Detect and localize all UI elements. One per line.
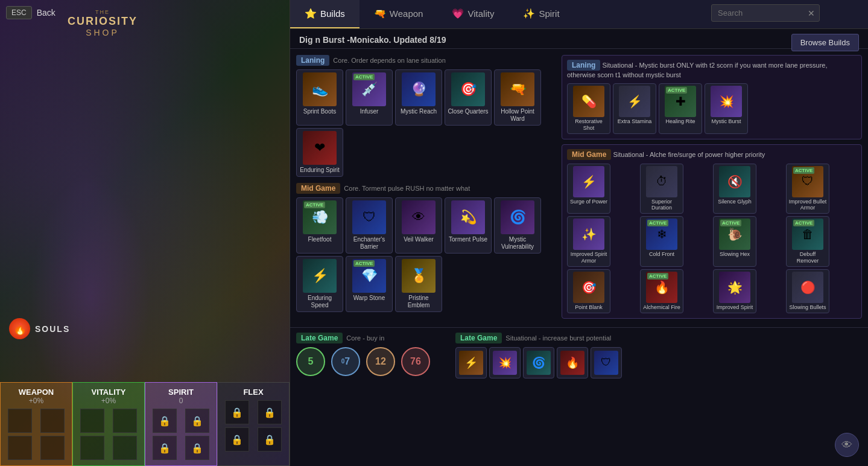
spirit-slot-2[interactable]: 🔒 [185, 409, 209, 433]
item-silence-glyph[interactable]: 🔇 Silence Glyph [713, 164, 756, 214]
item-point-blank[interactable]: 🎯 Point Blank [567, 269, 610, 313]
item-infuser[interactable]: ACTIVE 💉 Infuser [346, 69, 393, 126]
laning-core-note: Core. Order depends on lane situation [333, 57, 446, 64]
item-sprint-boots[interactable]: 👟 Sprint Boots [296, 69, 343, 126]
enduring-speed-icon: ⚡ [303, 259, 337, 293]
tab-vitality[interactable]: 💗 Vitality [437, 0, 508, 28]
weapon-slot-4[interactable] [40, 436, 65, 460]
item-improved-spirit[interactable]: 🌟 Improved Spirit [713, 269, 756, 313]
tab-weapon[interactable]: 🔫 Weapon [360, 0, 438, 28]
tab-vitality-label: Vitality [467, 8, 494, 19]
laning-situational-box: Laning Situational - Mystic burst ONLY w… [562, 55, 862, 139]
spirit-slot-3[interactable]: 🔒 [153, 436, 177, 460]
late-item-3[interactable]: 🌀 [523, 347, 554, 378]
search-input[interactable] [711, 4, 820, 22]
item-enduring-spirit[interactable]: ❤ Enduring Spirit [296, 128, 343, 177]
weapon-val: +0% [4, 397, 68, 405]
flex-slot-4[interactable]: 🔒 [258, 427, 282, 452]
mystic-reach-icon: 🔮 [402, 72, 436, 106]
late-item-2[interactable]: 💥 [489, 347, 521, 378]
late-sit-note: Situational - increase burst potential [505, 334, 611, 342]
item-improved-bullet-armor[interactable]: ACTIVE 🛡 Improved Bullet Armor [786, 164, 829, 214]
cost-7-circle: 07 [331, 347, 360, 376]
stat-bars: WEAPON +0% VITALITY +0% SPIRIT 0 🔒 🔒 🔒 🔒… [0, 382, 290, 466]
item-mystic-burst[interactable]: 💥 Mystic Burst [705, 83, 748, 134]
mid-sit-header: Mid Game Situational - Alche fire/surge … [567, 150, 857, 160]
vitality-slot-1[interactable] [80, 409, 104, 433]
late-item-3-icon: 🌀 [527, 351, 551, 375]
enchanters-barrier-name: Enchanter's Barrier [349, 236, 390, 251]
build-title: Dig n Burst -Monicako. Updated 8/19 [290, 29, 868, 49]
sprint-boots-name: Sprint Boots [299, 108, 340, 115]
item-healing-rite[interactable]: ACTIVE ✚ Healing Rite [659, 83, 702, 134]
late-item-1[interactable]: ⚡ [455, 347, 487, 378]
item-superior-duration[interactable]: ⏱ Superior Duration [640, 164, 683, 214]
item-close-quarters[interactable]: 🎯 Close Quarters [445, 69, 492, 126]
slowing-hex-icon: ACTIVE 🐌 [719, 219, 750, 250]
healing-rite-icon: ACTIVE ✚ [665, 86, 696, 117]
mid-sit-phase-tag: Mid Game [567, 149, 611, 160]
item-slowing-hex[interactable]: ACTIVE 🐌 Slowing Hex [713, 216, 756, 267]
mid-sit-items: ⚡ Surge of Power ⏱ Superior Duration 🔇 S… [567, 164, 857, 313]
tab-weapon-label: Weapon [390, 8, 423, 19]
improved-bullet-armor-active-badge: ACTIVE [793, 167, 814, 174]
eye-button[interactable]: 👁 [835, 433, 859, 457]
tab-spirit-label: Spirit [539, 8, 559, 19]
item-alchemical-fire[interactable]: ACTIVE 🔥 Alchemical Fire [640, 269, 683, 313]
shop-word: SHOP [42, 28, 163, 37]
builds-icon: ⭐ [305, 8, 317, 19]
extra-stamina-name: Extra Stamina [615, 118, 654, 125]
item-mystic-vulnerability[interactable]: 🌀 Mystic Vulnerability [494, 197, 541, 254]
late-item-5[interactable]: 🛡 [591, 347, 622, 378]
vitality-slot-4[interactable] [113, 436, 137, 460]
cost-76-circle: 76 [401, 347, 430, 376]
item-enduring-speed[interactable]: ⚡ Enduring Speed [296, 256, 343, 312]
item-enchanters-barrier[interactable]: 🛡 Enchanter's Barrier [346, 197, 393, 254]
item-slowing-bullets[interactable]: 🔴 Slowing Bullets [786, 269, 829, 313]
restorative-shot-name: Restorative Shot [569, 118, 608, 132]
cost-item-7[interactable]: 07 [331, 347, 360, 376]
search-area: ✕ [711, 4, 820, 22]
item-surge-of-power[interactable]: ⚡ Surge of Power [567, 164, 610, 214]
flex-slot-2[interactable]: 🔒 [258, 400, 282, 424]
cost-item-12[interactable]: 12 [366, 347, 395, 376]
vitality-slot-2[interactable] [113, 409, 137, 433]
flex-slot-3[interactable]: 🔒 [225, 427, 249, 452]
tab-spirit[interactable]: ✨ Spirit [508, 0, 574, 28]
item-extra-stamina[interactable]: ⚡ Extra Stamina [613, 83, 656, 134]
esc-button[interactable]: ESC [6, 6, 32, 19]
search-clear-icon[interactable]: ✕ [808, 8, 815, 18]
late-item-4-icon: 🔥 [560, 351, 584, 375]
item-torment-pulse[interactable]: 💫 Torment Pulse [445, 197, 492, 254]
flex-slot-1[interactable]: 🔒 [225, 400, 249, 424]
item-restorative-shot[interactable]: 💊 Restorative Shot [567, 83, 610, 134]
item-veil-walker[interactable]: 👁 Veil Walker [395, 197, 442, 254]
browse-builds-button[interactable]: Browse Builds [791, 34, 859, 51]
item-improved-spirit-armor[interactable]: ✨ Improved Spirit Armor [567, 216, 610, 267]
tab-builds[interactable]: ⭐ Builds [290, 0, 360, 28]
slowing-hex-name: Slowing Hex [715, 251, 754, 258]
item-cold-front[interactable]: ACTIVE ❄ Cold Front [640, 216, 683, 267]
debuff-remover-icon: ACTIVE 🗑 [792, 219, 823, 250]
item-fleetfoot[interactable]: ACTIVE 💨 Fleetfoot [296, 197, 343, 254]
weapon-slot-3[interactable] [8, 436, 32, 460]
weapon-slot-2[interactable] [40, 409, 65, 433]
warp-stone-name: Warp Stone [349, 295, 390, 302]
souls-icon: 🔥 [9, 318, 30, 339]
late-item-4[interactable]: 🔥 [557, 347, 588, 378]
item-hollow-point-ward[interactable]: 🔫 Hollow Point Ward [494, 69, 541, 126]
mid-game-phase-tag: Mid Game [296, 183, 340, 194]
extra-stamina-icon: ⚡ [619, 86, 650, 117]
item-mystic-reach[interactable]: 🔮 Mystic Reach [395, 69, 442, 126]
weapon-slot-1[interactable] [8, 409, 32, 433]
item-debuff-remover[interactable]: ACTIVE 🗑 Debuff Remover [786, 216, 829, 267]
spirit-slot-1[interactable]: 🔒 [153, 409, 177, 433]
vitality-stat: VITALITY +0% [72, 382, 145, 466]
cost-item-5[interactable]: 5 [296, 347, 325, 376]
mystic-burst-name: Mystic Burst [707, 118, 746, 125]
vitality-slot-3[interactable] [80, 436, 104, 460]
spirit-slot-4[interactable]: 🔒 [185, 436, 209, 460]
item-pristine-emblem[interactable]: 🏅 Pristine Emblem [395, 256, 442, 312]
item-warp-stone[interactable]: ACTIVE 💎 Warp Stone [346, 256, 393, 312]
cost-item-76[interactable]: 76 [401, 347, 430, 376]
